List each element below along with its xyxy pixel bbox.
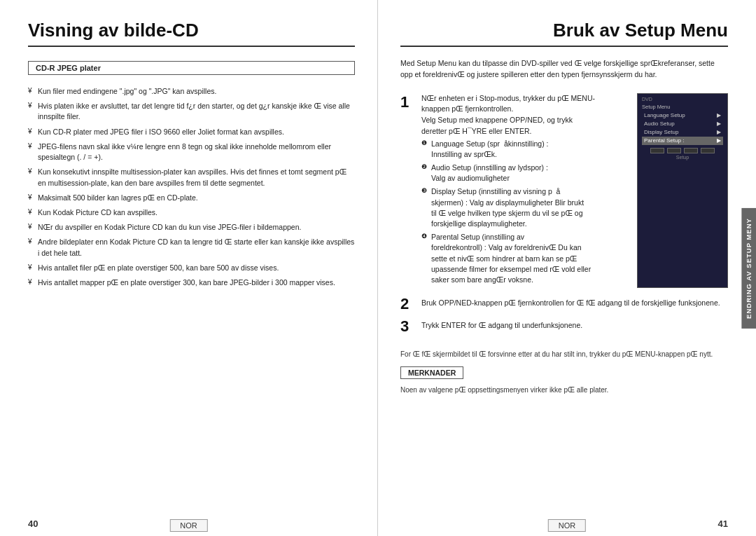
step-3-text: Trykk ENTER for Œ adgang til underfunksj…: [421, 317, 728, 331]
dvd-menu-item-4: Parental Setup :▶: [642, 137, 723, 145]
merknader-section: MERKNADER Noen av valgene pŒ oppsettings…: [400, 366, 728, 394]
left-page-title: Visning av bilde-CD: [28, 20, 355, 47]
bullet-item: Maksimalt 500 bilder kan lagres pŒ en CD…: [28, 193, 355, 203]
bullet-item: Kun konsekutivt innspilte multisession-p…: [28, 167, 355, 188]
bullet-item: Hvis antallet filer pŒ en plate overstig…: [28, 263, 355, 273]
sub-item-4: Parental Setup (innstilling avforeldreko…: [421, 232, 630, 285]
dvd-menu-item-3: Display Setup▶: [642, 128, 723, 137]
merknader-text: Noen av valgene pŒ oppsettingsmenyen vir…: [400, 386, 728, 394]
step-3: 3 Trykk ENTER for Œ adgang til underfunk…: [400, 317, 728, 334]
step-2-text: Bruk OPP/NED-knappen pŒ fjernkontrollen …: [421, 295, 728, 309]
nor-badge-right: NOR: [548, 519, 586, 532]
intro-text: Med Setup Menu kan du tilpasse din DVD-s…: [400, 58, 728, 81]
merknader-label: MERKNADER: [400, 366, 463, 379]
step-1-text: NŒr enheten er i Stop-modus, trykker du …: [421, 93, 630, 137]
left-page: Visning av bilde-CD CD-R JPEG plater Kun…: [0, 0, 378, 536]
bullet-list: Kun filer med endingene ".jpg" og ".JPG"…: [28, 86, 355, 292]
step-1-number: 1: [400, 95, 416, 110]
dvd-menu-item-1: Language Setup▶: [642, 111, 723, 120]
step-1-sub-list: Language Setup (spr åkinnstilling) :Inns…: [421, 139, 630, 286]
step-2: 2 Bruk OPP/NED-knappen pŒ fjernkontrolle…: [400, 295, 728, 312]
page-number-left: 40: [28, 518, 38, 529]
bullet-item: Hvis antallet mapper pŒ en plate oversti…: [28, 277, 355, 288]
bullet-item: Kun filer med endingene ".jpg" og ".JPG"…: [28, 86, 355, 97]
step-1-content: NŒr enheten er i Stop-modus, trykker du …: [421, 93, 728, 289]
sub-item-3: Display Setup (innstilling av visning p …: [421, 186, 630, 229]
step-1: 1 NŒr enheten er i Stop-modus, trykker d…: [400, 93, 728, 289]
right-page-title: Bruk av Setup Menu: [400, 20, 728, 47]
dvd-menu-image: DVD Setup Menu Language Setup▶ Audio Set…: [637, 93, 728, 289]
bullet-item: Hvis platen ikke er avsluttet, tar det l…: [28, 101, 355, 122]
vertical-setup-tab: ENDRING AV SETUP MENY: [741, 208, 756, 329]
cd-r-jpeg-label: CD-R JPEG plater: [28, 61, 355, 75]
nor-badge-left: NOR: [169, 519, 207, 532]
bullet-item: Kun Kodak Picture CD kan avspilles.: [28, 207, 355, 218]
note-footer: For Œ fŒ skjermbildet til Œ forsvinne et…: [400, 350, 728, 359]
right-page: Bruk av Setup Menu Med Setup Menu kan du…: [378, 0, 756, 536]
dvd-menu-item-2: Audio Setup▶: [642, 120, 723, 128]
sub-item-2: Audio Setup (innstilling av lydspor) :Va…: [421, 163, 630, 184]
step-3-number: 3: [400, 319, 416, 334]
bullet-item: NŒr du avspiller en Kodak Picture CD kan…: [28, 222, 355, 233]
bullet-item: Andre bildeplater enn Kodak Picture CD k…: [28, 237, 355, 258]
bullet-item: JPEG-filens navn skal ikke v¼re lengre e…: [28, 142, 355, 163]
step-2-number: 2: [400, 296, 416, 312]
sub-item-1: Language Setup (spr åkinnstilling) :Inns…: [421, 139, 630, 160]
page-number-right: 41: [718, 518, 728, 529]
bullet-item: Kun CD-R plater med JPEG filer i ISO 966…: [28, 127, 355, 137]
